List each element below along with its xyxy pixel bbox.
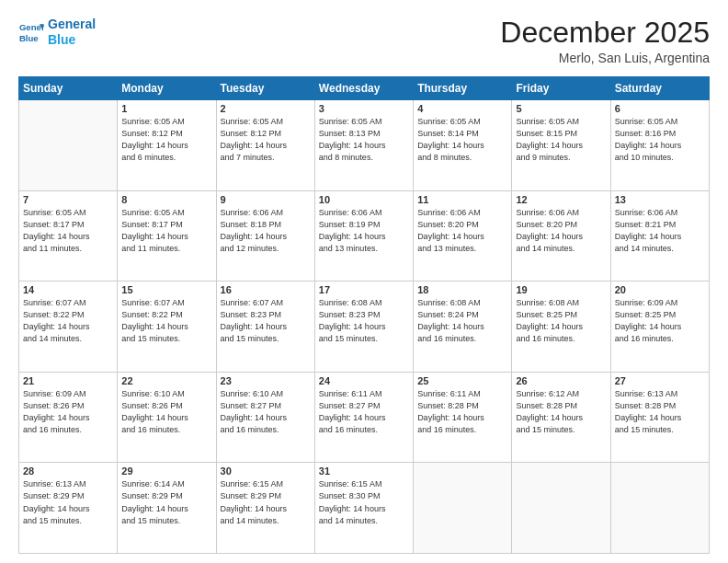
week-row-0: 1Sunrise: 6:05 AMSunset: 8:12 PMDaylight… [19, 100, 710, 191]
calendar-cell: 14Sunrise: 6:07 AMSunset: 8:22 PMDayligh… [19, 282, 118, 373]
cell-day-number: 29 [121, 465, 211, 477]
cell-day-number: 8 [121, 194, 211, 205]
cell-info: Sunrise: 6:15 AMSunset: 8:29 PMDaylight:… [221, 478, 311, 526]
cell-info: Sunrise: 6:05 AMSunset: 8:12 PMDaylight:… [221, 116, 311, 164]
weekday-header-sunday: Sunday [19, 77, 118, 100]
cell-day-number: 2 [221, 103, 311, 114]
cell-day-number: 23 [221, 375, 311, 386]
cell-info: Sunrise: 6:11 AMSunset: 8:28 PMDaylight:… [417, 388, 507, 436]
cell-info: Sunrise: 6:08 AMSunset: 8:24 PMDaylight:… [417, 297, 507, 345]
calendar-cell: 7Sunrise: 6:05 AMSunset: 8:17 PMDaylight… [19, 190, 118, 282]
calendar-cell: 21Sunrise: 6:09 AMSunset: 8:26 PMDayligh… [19, 372, 118, 463]
cell-info: Sunrise: 6:05 AMSunset: 8:12 PMDaylight:… [121, 116, 211, 164]
calendar-cell: 18Sunrise: 6:08 AMSunset: 8:24 PMDayligh… [414, 282, 512, 373]
cell-info: Sunrise: 6:15 AMSunset: 8:30 PMDaylight:… [319, 478, 409, 526]
calendar-cell: 29Sunrise: 6:14 AMSunset: 8:29 PMDayligh… [118, 463, 216, 554]
cell-info: Sunrise: 6:12 AMSunset: 8:28 PMDaylight:… [516, 388, 606, 436]
weekday-header-wednesday: Wednesday [314, 77, 413, 100]
cell-info: Sunrise: 6:09 AMSunset: 8:26 PMDaylight:… [23, 388, 113, 436]
cell-info: Sunrise: 6:08 AMSunset: 8:25 PMDaylight:… [516, 297, 606, 345]
calendar-cell: 12Sunrise: 6:06 AMSunset: 8:20 PMDayligh… [512, 190, 610, 282]
page: General Blue General Blue December 2025 … [0, 0, 728, 563]
cell-info: Sunrise: 6:05 AMSunset: 8:13 PMDaylight:… [319, 116, 409, 164]
calendar-cell [512, 463, 610, 554]
cell-info: Sunrise: 6:05 AMSunset: 8:14 PMDaylight:… [417, 116, 507, 164]
weekday-header-thursday: Thursday [414, 77, 512, 100]
calendar-cell: 13Sunrise: 6:06 AMSunset: 8:21 PMDayligh… [610, 190, 709, 282]
calendar-cell: 17Sunrise: 6:08 AMSunset: 8:23 PMDayligh… [314, 282, 413, 373]
subtitle: Merlo, San Luis, Argentina [500, 51, 710, 65]
calendar-cell: 23Sunrise: 6:10 AMSunset: 8:27 PMDayligh… [216, 372, 314, 463]
week-row-4: 28Sunrise: 6:13 AMSunset: 8:29 PMDayligh… [19, 463, 710, 554]
cell-day-number: 12 [516, 194, 606, 205]
cell-day-number: 7 [23, 194, 113, 205]
cell-info: Sunrise: 6:08 AMSunset: 8:23 PMDaylight:… [319, 297, 409, 345]
cell-info: Sunrise: 6:05 AMSunset: 8:16 PMDaylight:… [615, 116, 705, 164]
cell-day-number: 31 [319, 465, 409, 477]
cell-day-number: 27 [615, 375, 705, 386]
calendar-cell: 31Sunrise: 6:15 AMSunset: 8:30 PMDayligh… [314, 463, 413, 554]
cell-day-number: 6 [615, 103, 705, 114]
calendar-cell [414, 463, 512, 554]
cell-day-number: 28 [23, 465, 113, 477]
weekday-header-monday: Monday [118, 77, 216, 100]
logo-text: General Blue [48, 17, 96, 48]
week-row-2: 14Sunrise: 6:07 AMSunset: 8:22 PMDayligh… [19, 282, 710, 373]
cell-day-number: 17 [319, 284, 409, 295]
calendar-cell: 24Sunrise: 6:11 AMSunset: 8:27 PMDayligh… [314, 372, 413, 463]
calendar-cell: 8Sunrise: 6:05 AMSunset: 8:17 PMDaylight… [118, 190, 216, 282]
cell-info: Sunrise: 6:13 AMSunset: 8:29 PMDaylight:… [23, 478, 113, 526]
cell-day-number: 13 [615, 194, 705, 205]
cell-info: Sunrise: 6:14 AMSunset: 8:29 PMDaylight:… [121, 478, 211, 526]
calendar-cell: 1Sunrise: 6:05 AMSunset: 8:12 PMDaylight… [118, 100, 216, 191]
weekday-header-row: SundayMondayTuesdayWednesdayThursdayFrid… [19, 77, 710, 100]
cell-info: Sunrise: 6:07 AMSunset: 8:22 PMDaylight:… [121, 297, 211, 345]
calendar-cell: 11Sunrise: 6:06 AMSunset: 8:20 PMDayligh… [414, 190, 512, 282]
cell-day-number: 26 [516, 375, 606, 386]
cell-day-number: 9 [221, 194, 311, 205]
cell-day-number: 20 [615, 284, 705, 295]
calendar-cell [19, 100, 118, 191]
calendar-cell: 30Sunrise: 6:15 AMSunset: 8:29 PMDayligh… [216, 463, 314, 554]
cell-info: Sunrise: 6:11 AMSunset: 8:27 PMDaylight:… [319, 388, 409, 436]
logo-icon: General Blue [18, 19, 44, 45]
cell-day-number: 16 [221, 284, 311, 295]
cell-day-number: 24 [319, 375, 409, 386]
cell-info: Sunrise: 6:10 AMSunset: 8:26 PMDaylight:… [121, 388, 211, 436]
cell-day-number: 4 [417, 103, 507, 114]
cell-day-number: 15 [121, 284, 211, 295]
calendar-cell: 25Sunrise: 6:11 AMSunset: 8:28 PMDayligh… [414, 372, 512, 463]
calendar-cell: 26Sunrise: 6:12 AMSunset: 8:28 PMDayligh… [512, 372, 610, 463]
cell-info: Sunrise: 6:13 AMSunset: 8:28 PMDaylight:… [615, 388, 705, 436]
calendar-cell: 15Sunrise: 6:07 AMSunset: 8:22 PMDayligh… [118, 282, 216, 373]
calendar-cell: 3Sunrise: 6:05 AMSunset: 8:13 PMDaylight… [314, 100, 413, 191]
calendar-cell: 27Sunrise: 6:13 AMSunset: 8:28 PMDayligh… [610, 372, 709, 463]
calendar-cell: 10Sunrise: 6:06 AMSunset: 8:19 PMDayligh… [314, 190, 413, 282]
cell-info: Sunrise: 6:09 AMSunset: 8:25 PMDaylight:… [615, 297, 705, 345]
calendar-cell: 6Sunrise: 6:05 AMSunset: 8:16 PMDaylight… [610, 100, 709, 191]
cell-day-number: 21 [23, 375, 113, 386]
cell-info: Sunrise: 6:06 AMSunset: 8:19 PMDaylight:… [319, 207, 409, 255]
weekday-header-friday: Friday [512, 77, 610, 100]
header: General Blue General Blue December 2025 … [18, 17, 710, 65]
calendar-cell [610, 463, 709, 554]
calendar-cell: 9Sunrise: 6:06 AMSunset: 8:18 PMDaylight… [216, 190, 314, 282]
cell-day-number: 30 [221, 465, 311, 477]
cell-info: Sunrise: 6:06 AMSunset: 8:21 PMDaylight:… [615, 207, 705, 255]
calendar-body: 1Sunrise: 6:05 AMSunset: 8:12 PMDaylight… [19, 100, 710, 554]
week-row-1: 7Sunrise: 6:05 AMSunset: 8:17 PMDaylight… [19, 190, 710, 282]
svg-text:General: General [19, 22, 44, 32]
weekday-header-tuesday: Tuesday [216, 77, 314, 100]
cell-day-number: 10 [319, 194, 409, 205]
title-block: December 2025 Merlo, San Luis, Argentina [500, 17, 710, 65]
weekday-header-saturday: Saturday [610, 77, 709, 100]
calendar-cell: 20Sunrise: 6:09 AMSunset: 8:25 PMDayligh… [610, 282, 709, 373]
cell-day-number: 25 [417, 375, 507, 386]
cell-day-number: 18 [417, 284, 507, 295]
svg-text:Blue: Blue [19, 32, 39, 42]
calendar-cell: 5Sunrise: 6:05 AMSunset: 8:15 PMDaylight… [512, 100, 610, 191]
cell-info: Sunrise: 6:07 AMSunset: 8:22 PMDaylight:… [23, 297, 113, 345]
week-row-3: 21Sunrise: 6:09 AMSunset: 8:26 PMDayligh… [19, 372, 710, 463]
calendar-cell: 4Sunrise: 6:05 AMSunset: 8:14 PMDaylight… [414, 100, 512, 191]
cell-info: Sunrise: 6:06 AMSunset: 8:18 PMDaylight:… [221, 207, 311, 255]
